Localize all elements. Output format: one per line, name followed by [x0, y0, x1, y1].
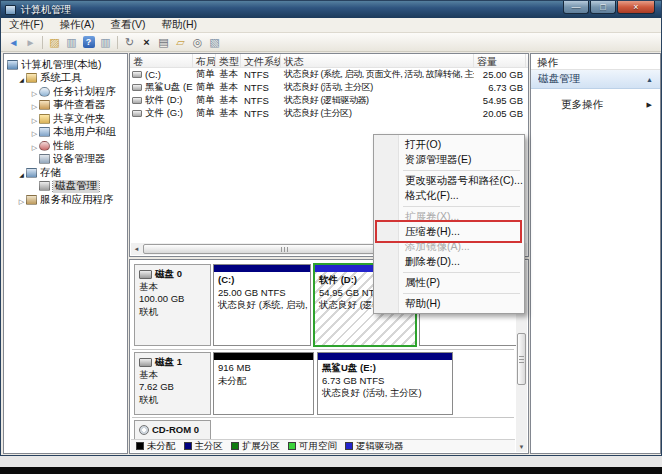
- screenshot-root: 计算机管理 — □ × 文件(F) 操作(A) 查看(V) 帮助(H) ◄ ► …: [0, 0, 662, 474]
- partition-color-bar: [214, 353, 313, 360]
- legend-swatch: [288, 442, 296, 450]
- menu-item-help[interactable]: 帮助(H): [375, 296, 523, 311]
- column-volume[interactable]: 卷: [130, 54, 193, 67]
- tree-item-system-tools[interactable]: 系统工具: [4, 72, 127, 86]
- partition-color-bar: [318, 353, 452, 360]
- tree-item-event-viewer[interactable]: 事件查看器: [4, 99, 127, 113]
- disk-icon: [139, 358, 152, 367]
- collapse-arrow-icon[interactable]: [30, 126, 39, 138]
- menu-file[interactable]: 文件(F): [1, 18, 51, 32]
- legend-extended: 扩展分区: [231, 440, 280, 453]
- volume-row-e[interactable]: 黑鲨U盘 (E:) 简单 基本 NTFS 状态良好 (活动, 主分区) 6.73…: [130, 81, 528, 94]
- tree-item-computer-management[interactable]: 计算机管理(本地): [4, 58, 127, 72]
- legend-logical-drive: 逻辑驱动器: [345, 440, 404, 453]
- column-capacity[interactable]: 容量: [474, 54, 526, 67]
- volume-row-c[interactable]: (C:) 简单 基本 NTFS 状态良好 (系统, 启动, 页面文件, 活动, …: [130, 68, 528, 81]
- properties-icon[interactable]: ▤: [155, 34, 172, 50]
- drive-icon: [132, 84, 142, 91]
- menu-action[interactable]: 操作(A): [51, 18, 102, 32]
- desktop-strip: [0, 456, 662, 467]
- tree-item-storage[interactable]: 存储: [4, 166, 127, 180]
- menu-item-open[interactable]: 打开(O): [375, 137, 523, 152]
- collapse-arrow-icon[interactable]: [30, 113, 39, 125]
- partition-color-bar: [214, 265, 310, 272]
- document-icon[interactable]: ▨: [46, 34, 63, 50]
- help-icon[interactable]: ?: [80, 34, 97, 50]
- row-divider: [132, 417, 514, 418]
- column-type[interactable]: 类型: [216, 54, 241, 67]
- partition-unallocated[interactable]: 916 MB 未分配: [213, 352, 314, 415]
- services-apps-icon: [26, 195, 37, 205]
- tree-item-device-manager[interactable]: 设备管理器: [4, 153, 127, 167]
- volume-list-header: 卷 布局 类型 文件系统 状态 容量: [130, 54, 528, 68]
- partition-legend: 未分配 主分区 扩展分区 可用空间 逻辑驱动器: [131, 439, 515, 452]
- menu-bar: 文件(F) 操作(A) 查看(V) 帮助(H): [1, 18, 661, 33]
- console-tree-icon[interactable]: ▥: [63, 34, 80, 50]
- tree-item-performance[interactable]: 性能: [4, 139, 127, 153]
- scrollbar-thumb[interactable]: [517, 333, 526, 385]
- legend-free-space: 可用空间: [288, 440, 337, 453]
- menu-item-properties[interactable]: 属性(P): [375, 275, 523, 290]
- forward-icon[interactable]: ►: [22, 34, 39, 50]
- collapse-arrow-icon[interactable]: [30, 140, 39, 152]
- legend-primary: 主分区: [184, 440, 224, 453]
- refresh-icon[interactable]: ↻: [121, 34, 138, 50]
- collapse-arrow-icon[interactable]: [30, 99, 39, 111]
- menu-item-delete-volume[interactable]: 删除卷(D)...: [375, 254, 523, 269]
- users-groups-icon: [39, 127, 50, 137]
- task-scheduler-icon: [39, 87, 50, 97]
- partition-e[interactable]: 黑鲨U盘 (E:) 6.73 GB NTFS 状态良好 (活动, 主分区): [317, 352, 453, 415]
- expand-arrow-icon[interactable]: [17, 72, 26, 84]
- drive-icon: [132, 97, 142, 104]
- actions-group-disk-management[interactable]: 磁盘管理 ▲: [531, 70, 660, 89]
- open-folder-icon[interactable]: ▱: [172, 34, 189, 50]
- menu-separator: [403, 293, 520, 294]
- volume-row-g[interactable]: 文件 (G:) 简单 基本 NTFS 状态良好 (主分区) 20.05 GB: [130, 107, 528, 120]
- legend-swatch: [184, 442, 192, 450]
- tree-item-local-users-groups[interactable]: 本地用户和组: [4, 126, 127, 140]
- tree-item-task-scheduler[interactable]: 任务计划程序: [4, 85, 127, 99]
- tree-item-shared-folders[interactable]: 共享文件夹: [4, 112, 127, 126]
- tree-item-disk-management[interactable]: 磁盘管理: [4, 180, 127, 194]
- menu-item-explorer[interactable]: 资源管理器(E): [375, 152, 523, 167]
- delete-icon[interactable]: ×: [138, 34, 155, 50]
- menu-help[interactable]: 帮助(H): [153, 18, 205, 32]
- disk0-header[interactable]: 磁盘 0 基本 100.00 GB 联机: [134, 264, 211, 346]
- legend-swatch: [231, 442, 239, 450]
- storage-icon: [26, 168, 37, 178]
- more-actions-item[interactable]: 更多操作 ▶: [531, 97, 660, 113]
- search-icon[interactable]: ◎: [189, 34, 206, 50]
- back-icon[interactable]: ◄: [5, 34, 22, 50]
- drive-icon: [132, 71, 142, 78]
- computer-management-window: 计算机管理 — □ × 文件(F) 操作(A) 查看(V) 帮助(H) ◄ ► …: [0, 0, 662, 456]
- menu-separator: [403, 206, 520, 207]
- scroll-down-icon[interactable]: ▼: [519, 442, 525, 452]
- disk1-header[interactable]: 磁盘 1 基本 7.62 GB 联机: [134, 352, 211, 415]
- title-bar[interactable]: 计算机管理 — □ ×: [1, 1, 661, 18]
- script-icon[interactable]: ▧: [206, 34, 223, 50]
- column-layout[interactable]: 布局: [193, 54, 216, 67]
- device-manager-icon: [39, 154, 50, 164]
- tree-item-services-applications[interactable]: 服务和应用程序: [4, 193, 127, 207]
- collapse-caret-icon[interactable]: ▲: [646, 76, 653, 83]
- expand-arrow-icon[interactable]: [17, 167, 26, 179]
- actions-title: 操作: [531, 54, 660, 70]
- maximize-button[interactable]: □: [590, 1, 616, 14]
- collapse-arrow-icon[interactable]: [30, 86, 39, 98]
- minimize-button[interactable]: —: [563, 1, 589, 14]
- shrink-volume-highlight-box: [375, 220, 522, 243]
- column-filesystem[interactable]: 文件系统: [241, 54, 281, 67]
- volume-row-d[interactable]: 软件 (D:) 简单 基本 NTFS 状态良好 (逻辑驱动器) 54.95 GB: [130, 94, 528, 107]
- menu-view[interactable]: 查看(V): [102, 18, 153, 32]
- scroll-left-icon[interactable]: ◄: [131, 246, 142, 252]
- disk-management-icon: [39, 181, 50, 191]
- collapse-arrow-icon[interactable]: [17, 194, 26, 206]
- submenu-arrow-icon: ▶: [647, 101, 652, 109]
- performance-icon: [39, 141, 50, 151]
- partition-c[interactable]: (C:) 25.00 GB NTFS 状态良好 (系统, 启动, 页: [213, 264, 311, 346]
- close-button[interactable]: ×: [617, 1, 655, 14]
- menu-item-format[interactable]: 格式化(F)...: [375, 188, 523, 203]
- column-status[interactable]: 状态: [281, 54, 474, 67]
- menu-item-change-drive-letter[interactable]: 更改驱动器号和路径(C)...: [375, 173, 523, 188]
- actions-pane-icon[interactable]: ▥: [97, 34, 114, 50]
